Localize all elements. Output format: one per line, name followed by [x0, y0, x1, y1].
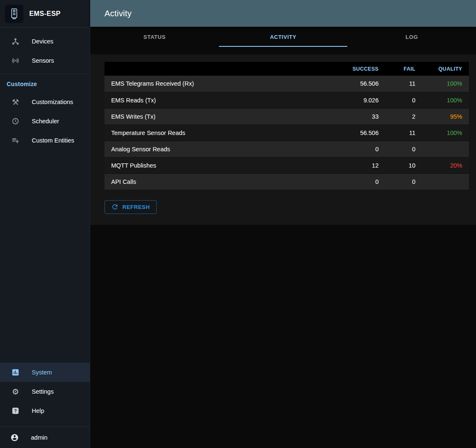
refresh-button[interactable]: REFRESH — [104, 200, 157, 214]
sidebar-main-nav: Devices Sensors — [0, 28, 90, 70]
quality-value: 100% — [422, 76, 469, 92]
column-header-metric — [104, 62, 339, 76]
sidebar-bottom-nav: System ⚙ Settings ? Help — [0, 363, 90, 420]
main-area: Activity STATUS ACTIVITY LOG SUCCESS FAI… — [90, 0, 476, 448]
ems-esp-app: EMS-ESP Devices — [0, 0, 476, 448]
sidebar-user[interactable]: admin — [0, 426, 90, 448]
tab-log[interactable]: LOG — [347, 27, 476, 47]
fail-value: 0 — [385, 173, 422, 190]
metric-label: Analog Sensor Reads — [104, 141, 339, 157]
metric-label: EMS Telegrams Received (Rx) — [104, 76, 339, 92]
fail-value: 2 — [385, 108, 422, 125]
appbar: Activity — [90, 0, 476, 27]
table-row: Analog Sensor Reads 0 0 — [104, 141, 469, 157]
success-value: 0 — [339, 173, 385, 190]
activity-panel: SUCCESS FAIL QUALITY EMS Telegrams Recei… — [90, 54, 476, 225]
sidebar: EMS-ESP Devices — [0, 0, 90, 448]
sidebar-item-system[interactable]: System — [0, 363, 90, 382]
fail-value: 10 — [385, 157, 422, 173]
sidebar-item-help[interactable]: ? Help — [0, 401, 90, 420]
sidebar-item-label: Devices — [32, 38, 53, 45]
bar-chart-icon — [11, 368, 20, 377]
refresh-icon — [111, 203, 119, 211]
quality-value: 95% — [422, 108, 469, 125]
page-title: Activity — [104, 9, 132, 18]
customize-section-header: Customize — [0, 74, 90, 92]
metric-label: EMS Writes (Tx) — [104, 108, 339, 125]
sidebar-item-label: Scheduler — [32, 118, 59, 125]
sidebar-item-label: Customizations — [32, 99, 73, 105]
playlist-add-icon — [11, 136, 20, 145]
table-row: MQTT Publishes 12 10 20% — [104, 157, 469, 173]
fail-value: 0 — [385, 141, 422, 157]
boiler-device-icon — [8, 8, 20, 20]
quality-value: 100% — [422, 125, 469, 141]
sidebar-item-sensors[interactable]: Sensors — [0, 51, 90, 70]
table-row: API Calls 0 0 — [104, 173, 469, 190]
refresh-button-label: REFRESH — [122, 204, 150, 210]
sidebar-item-label: Sensors — [32, 57, 54, 64]
sidebar-item-devices[interactable]: Devices — [0, 32, 90, 51]
success-value: 56.506 — [339, 125, 385, 141]
sidebar-item-scheduler[interactable]: Scheduler — [0, 112, 90, 131]
quality-value — [422, 173, 469, 190]
tab-bar: STATUS ACTIVITY LOG — [90, 27, 476, 47]
tab-status[interactable]: STATUS — [90, 27, 219, 47]
sidebar-item-label: Custom Entities — [32, 137, 74, 144]
table-row: Temperature Sensor Reads 56.506 11 100% — [104, 125, 469, 141]
metric-label: MQTT Publishes — [104, 157, 339, 173]
gear-icon: ⚙ — [11, 387, 20, 396]
column-header-fail: FAIL — [385, 62, 422, 76]
column-header-quality: QUALITY — [422, 62, 469, 76]
table-row: EMS Reads (Tx) 9.026 0 100% — [104, 92, 469, 108]
table-header-row: SUCCESS FAIL QUALITY — [104, 62, 469, 76]
quality-value: 100% — [422, 92, 469, 108]
account-circle-icon — [10, 433, 19, 442]
app-name: EMS-ESP — [29, 10, 61, 18]
sidebar-item-customizations[interactable]: ⚒ Customizations — [0, 92, 90, 112]
sidebar-item-custom-entities[interactable]: Custom Entities — [0, 131, 90, 150]
success-value: 9.026 — [339, 92, 385, 108]
sidebar-spacer — [0, 150, 90, 363]
clock-icon — [11, 117, 20, 126]
table-row: EMS Telegrams Received (Rx) 56.506 11 10… — [104, 76, 469, 92]
sidebar-item-label: Help — [32, 407, 44, 414]
success-value: 0 — [339, 141, 385, 157]
sidebar-item-label: Settings — [32, 388, 53, 395]
metric-label: EMS Reads (Tx) — [104, 92, 339, 108]
sidebar-item-label: System — [32, 369, 52, 376]
construction-icon: ⚒ — [11, 97, 20, 107]
app-logo — [5, 5, 23, 23]
success-value: 56.506 — [339, 76, 385, 92]
sidebar-customize-nav: ⚒ Customizations Scheduler Custom Entiti… — [0, 92, 90, 150]
table-row: EMS Writes (Tx) 33 2 95% — [104, 108, 469, 125]
quality-value — [422, 141, 469, 157]
activity-table: SUCCESS FAIL QUALITY EMS Telegrams Recei… — [104, 62, 469, 190]
help-icon: ? — [11, 406, 20, 415]
user-name: admin — [31, 434, 48, 441]
metric-label: Temperature Sensor Reads — [104, 125, 339, 141]
fail-value: 11 — [385, 125, 422, 141]
fail-value: 0 — [385, 92, 422, 108]
fail-value: 11 — [385, 76, 422, 92]
svg-text:?: ? — [14, 409, 17, 413]
quality-value: 20% — [422, 157, 469, 173]
success-value: 33 — [339, 108, 385, 125]
metric-label: API Calls — [104, 173, 339, 190]
sensors-icon — [11, 56, 20, 65]
tab-activity[interactable]: ACTIVITY — [219, 27, 348, 47]
column-header-success: SUCCESS — [339, 62, 385, 76]
sidebar-item-settings[interactable]: ⚙ Settings — [0, 382, 90, 401]
success-value: 12 — [339, 157, 385, 173]
sidebar-header: EMS-ESP — [0, 0, 90, 28]
device-hub-icon — [11, 37, 20, 46]
